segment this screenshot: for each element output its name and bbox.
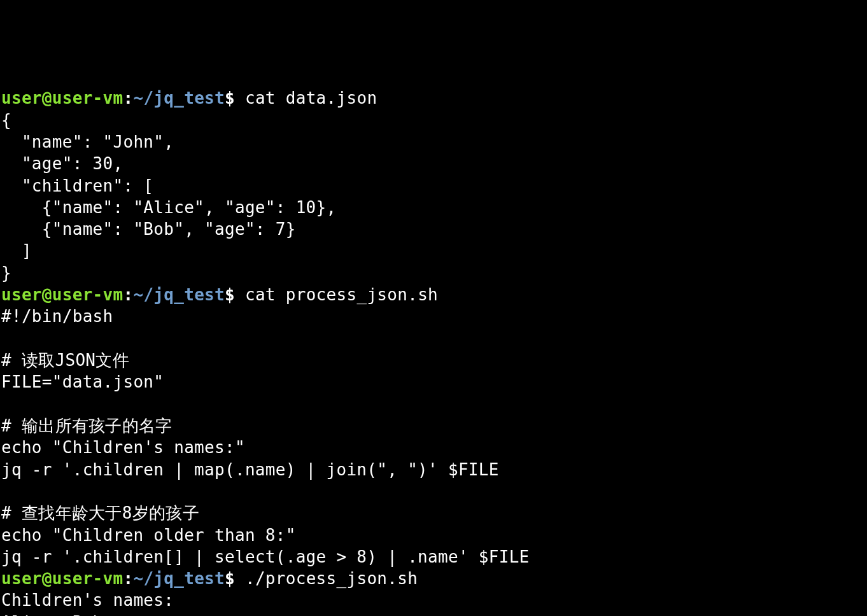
output-data-json-line: {"name": "Alice", "age": 10}, — [1, 198, 336, 217]
prompt-colon: : — [123, 285, 133, 304]
output-run-line: Children's names: — [1, 591, 174, 610]
output-script-line: FILE="data.json" — [1, 372, 164, 391]
output-script-line: # 读取JSON文件 — [1, 351, 129, 370]
prompt-user-host: user@user-vm — [1, 88, 123, 108]
output-script-line: # 输出所有孩子的名字 — [1, 416, 173, 435]
output-script-line: jq -r '.children[] | select(.age > 8) | … — [1, 547, 530, 566]
prompt-line-2: user@user-vm:~/jq_test$ cat process_json… — [1, 285, 438, 304]
output-script-line: #!/bin/bash — [1, 307, 113, 326]
output-data-json-line: "children": [ — [1, 176, 153, 195]
output-data-json-line: "name": "John", — [1, 132, 174, 151]
prompt-user-host: user@user-vm — [1, 569, 123, 588]
prompt-path: ~/jq_test — [133, 569, 225, 588]
output-script-line: # 查找年龄大于8岁的孩子 — [1, 503, 199, 522]
prompt-dollar: $ — [225, 285, 235, 304]
output-data-json-line: "age": 30, — [1, 154, 123, 173]
prompt-dollar: $ — [225, 569, 235, 588]
output-script-line: echo "Children older than 8:" — [1, 526, 296, 545]
prompt-dollar: $ — [225, 88, 235, 108]
output-data-json-line: { — [1, 111, 11, 130]
output-data-json-line: } — [1, 263, 11, 283]
output-data-json-line: {"name": "Bob", "age": 7} — [1, 220, 296, 239]
prompt-path: ~/jq_test — [133, 285, 225, 304]
prompt-line-3: user@user-vm:~/jq_test$ ./process_json.s… — [1, 569, 418, 588]
command-run-script: ./process_json.sh — [235, 569, 418, 588]
command-cat-data: cat data.json — [235, 88, 377, 108]
output-data-json-line: ] — [1, 241, 32, 260]
prompt-line-1: user@user-vm:~/jq_test$ cat data.json — [1, 88, 377, 108]
prompt-colon: : — [123, 88, 133, 108]
output-run-line: Alice, Bob — [1, 613, 103, 616]
prompt-colon: : — [123, 569, 133, 588]
output-script-line: jq -r '.children | map(.name) | join(", … — [1, 460, 499, 479]
output-script-line: echo "Children's names:" — [1, 438, 245, 457]
prompt-path: ~/jq_test — [133, 88, 225, 108]
terminal-window[interactable]: user@user-vm:~/jq_test$ cat data.json { … — [0, 87, 867, 616]
command-cat-script: cat process_json.sh — [235, 285, 438, 304]
prompt-user-host: user@user-vm — [1, 285, 123, 304]
